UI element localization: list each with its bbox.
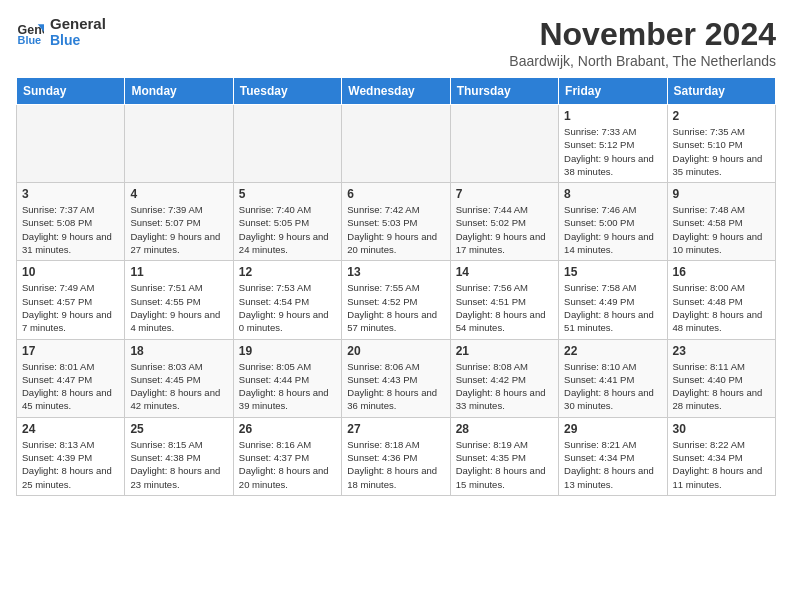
day-number: 16 [673, 265, 770, 279]
day-number: 2 [673, 109, 770, 123]
day-number: 19 [239, 344, 336, 358]
logo-blue: Blue [50, 33, 106, 48]
day-cell: 27Sunrise: 8:18 AM Sunset: 4:36 PM Dayli… [342, 417, 450, 495]
day-info: Sunrise: 7:58 AM Sunset: 4:49 PM Dayligh… [564, 281, 661, 334]
day-cell: 11Sunrise: 7:51 AM Sunset: 4:55 PM Dayli… [125, 261, 233, 339]
day-number: 21 [456, 344, 553, 358]
day-cell: 12Sunrise: 7:53 AM Sunset: 4:54 PM Dayli… [233, 261, 341, 339]
day-cell: 20Sunrise: 8:06 AM Sunset: 4:43 PM Dayli… [342, 339, 450, 417]
day-number: 5 [239, 187, 336, 201]
day-number: 24 [22, 422, 119, 436]
day-info: Sunrise: 8:00 AM Sunset: 4:48 PM Dayligh… [673, 281, 770, 334]
day-cell: 6Sunrise: 7:42 AM Sunset: 5:03 PM Daylig… [342, 183, 450, 261]
day-cell: 9Sunrise: 7:48 AM Sunset: 4:58 PM Daylig… [667, 183, 775, 261]
day-number: 15 [564, 265, 661, 279]
week-row-2: 3Sunrise: 7:37 AM Sunset: 5:08 PM Daylig… [17, 183, 776, 261]
day-info: Sunrise: 7:56 AM Sunset: 4:51 PM Dayligh… [456, 281, 553, 334]
day-cell [125, 105, 233, 183]
day-cell: 3Sunrise: 7:37 AM Sunset: 5:08 PM Daylig… [17, 183, 125, 261]
day-info: Sunrise: 7:37 AM Sunset: 5:08 PM Dayligh… [22, 203, 119, 256]
day-info: Sunrise: 8:13 AM Sunset: 4:39 PM Dayligh… [22, 438, 119, 491]
day-number: 13 [347, 265, 444, 279]
title-block: November 2024 Baardwijk, North Brabant, … [509, 16, 776, 69]
day-info: Sunrise: 7:48 AM Sunset: 4:58 PM Dayligh… [673, 203, 770, 256]
day-cell: 7Sunrise: 7:44 AM Sunset: 5:02 PM Daylig… [450, 183, 558, 261]
day-cell: 13Sunrise: 7:55 AM Sunset: 4:52 PM Dayli… [342, 261, 450, 339]
day-number: 11 [130, 265, 227, 279]
day-cell [233, 105, 341, 183]
day-info: Sunrise: 7:39 AM Sunset: 5:07 PM Dayligh… [130, 203, 227, 256]
day-cell: 24Sunrise: 8:13 AM Sunset: 4:39 PM Dayli… [17, 417, 125, 495]
day-info: Sunrise: 7:40 AM Sunset: 5:05 PM Dayligh… [239, 203, 336, 256]
day-info: Sunrise: 7:33 AM Sunset: 5:12 PM Dayligh… [564, 125, 661, 178]
day-number: 4 [130, 187, 227, 201]
col-header-friday: Friday [559, 78, 667, 105]
day-info: Sunrise: 7:51 AM Sunset: 4:55 PM Dayligh… [130, 281, 227, 334]
col-header-saturday: Saturday [667, 78, 775, 105]
calendar-header-row: SundayMondayTuesdayWednesdayThursdayFrid… [17, 78, 776, 105]
week-row-3: 10Sunrise: 7:49 AM Sunset: 4:57 PM Dayli… [17, 261, 776, 339]
col-header-sunday: Sunday [17, 78, 125, 105]
logo-icon: General Blue [16, 18, 44, 46]
day-number: 25 [130, 422, 227, 436]
day-number: 23 [673, 344, 770, 358]
day-number: 22 [564, 344, 661, 358]
day-cell: 8Sunrise: 7:46 AM Sunset: 5:00 PM Daylig… [559, 183, 667, 261]
day-number: 9 [673, 187, 770, 201]
day-number: 27 [347, 422, 444, 436]
day-info: Sunrise: 8:18 AM Sunset: 4:36 PM Dayligh… [347, 438, 444, 491]
day-cell: 18Sunrise: 8:03 AM Sunset: 4:45 PM Dayli… [125, 339, 233, 417]
day-cell: 23Sunrise: 8:11 AM Sunset: 4:40 PM Dayli… [667, 339, 775, 417]
day-cell: 10Sunrise: 7:49 AM Sunset: 4:57 PM Dayli… [17, 261, 125, 339]
day-number: 1 [564, 109, 661, 123]
col-header-tuesday: Tuesday [233, 78, 341, 105]
calendar-table: SundayMondayTuesdayWednesdayThursdayFrid… [16, 77, 776, 496]
day-cell: 14Sunrise: 7:56 AM Sunset: 4:51 PM Dayli… [450, 261, 558, 339]
month-title: November 2024 [509, 16, 776, 53]
day-info: Sunrise: 8:08 AM Sunset: 4:42 PM Dayligh… [456, 360, 553, 413]
day-info: Sunrise: 8:22 AM Sunset: 4:34 PM Dayligh… [673, 438, 770, 491]
day-info: Sunrise: 8:06 AM Sunset: 4:43 PM Dayligh… [347, 360, 444, 413]
day-cell: 26Sunrise: 8:16 AM Sunset: 4:37 PM Dayli… [233, 417, 341, 495]
day-number: 30 [673, 422, 770, 436]
day-cell: 28Sunrise: 8:19 AM Sunset: 4:35 PM Dayli… [450, 417, 558, 495]
svg-text:Blue: Blue [18, 34, 42, 46]
col-header-thursday: Thursday [450, 78, 558, 105]
week-row-1: 1Sunrise: 7:33 AM Sunset: 5:12 PM Daylig… [17, 105, 776, 183]
day-cell [17, 105, 125, 183]
day-cell [450, 105, 558, 183]
week-row-5: 24Sunrise: 8:13 AM Sunset: 4:39 PM Dayli… [17, 417, 776, 495]
day-number: 14 [456, 265, 553, 279]
page-header: General Blue General Blue November 2024 … [16, 16, 776, 69]
day-info: Sunrise: 8:03 AM Sunset: 4:45 PM Dayligh… [130, 360, 227, 413]
day-cell: 4Sunrise: 7:39 AM Sunset: 5:07 PM Daylig… [125, 183, 233, 261]
day-number: 3 [22, 187, 119, 201]
day-cell: 29Sunrise: 8:21 AM Sunset: 4:34 PM Dayli… [559, 417, 667, 495]
day-number: 29 [564, 422, 661, 436]
day-info: Sunrise: 7:35 AM Sunset: 5:10 PM Dayligh… [673, 125, 770, 178]
day-number: 26 [239, 422, 336, 436]
day-cell: 19Sunrise: 8:05 AM Sunset: 4:44 PM Dayli… [233, 339, 341, 417]
day-cell: 30Sunrise: 8:22 AM Sunset: 4:34 PM Dayli… [667, 417, 775, 495]
day-info: Sunrise: 8:10 AM Sunset: 4:41 PM Dayligh… [564, 360, 661, 413]
day-cell [342, 105, 450, 183]
day-cell: 21Sunrise: 8:08 AM Sunset: 4:42 PM Dayli… [450, 339, 558, 417]
day-info: Sunrise: 8:05 AM Sunset: 4:44 PM Dayligh… [239, 360, 336, 413]
day-info: Sunrise: 7:55 AM Sunset: 4:52 PM Dayligh… [347, 281, 444, 334]
day-info: Sunrise: 8:21 AM Sunset: 4:34 PM Dayligh… [564, 438, 661, 491]
day-cell: 1Sunrise: 7:33 AM Sunset: 5:12 PM Daylig… [559, 105, 667, 183]
day-info: Sunrise: 7:46 AM Sunset: 5:00 PM Dayligh… [564, 203, 661, 256]
col-header-monday: Monday [125, 78, 233, 105]
day-cell: 2Sunrise: 7:35 AM Sunset: 5:10 PM Daylig… [667, 105, 775, 183]
day-number: 28 [456, 422, 553, 436]
day-cell: 15Sunrise: 7:58 AM Sunset: 4:49 PM Dayli… [559, 261, 667, 339]
location: Baardwijk, North Brabant, The Netherland… [509, 53, 776, 69]
day-number: 12 [239, 265, 336, 279]
day-number: 8 [564, 187, 661, 201]
day-number: 10 [22, 265, 119, 279]
day-number: 20 [347, 344, 444, 358]
day-info: Sunrise: 7:53 AM Sunset: 4:54 PM Dayligh… [239, 281, 336, 334]
day-cell: 25Sunrise: 8:15 AM Sunset: 4:38 PM Dayli… [125, 417, 233, 495]
day-info: Sunrise: 8:19 AM Sunset: 4:35 PM Dayligh… [456, 438, 553, 491]
week-row-4: 17Sunrise: 8:01 AM Sunset: 4:47 PM Dayli… [17, 339, 776, 417]
